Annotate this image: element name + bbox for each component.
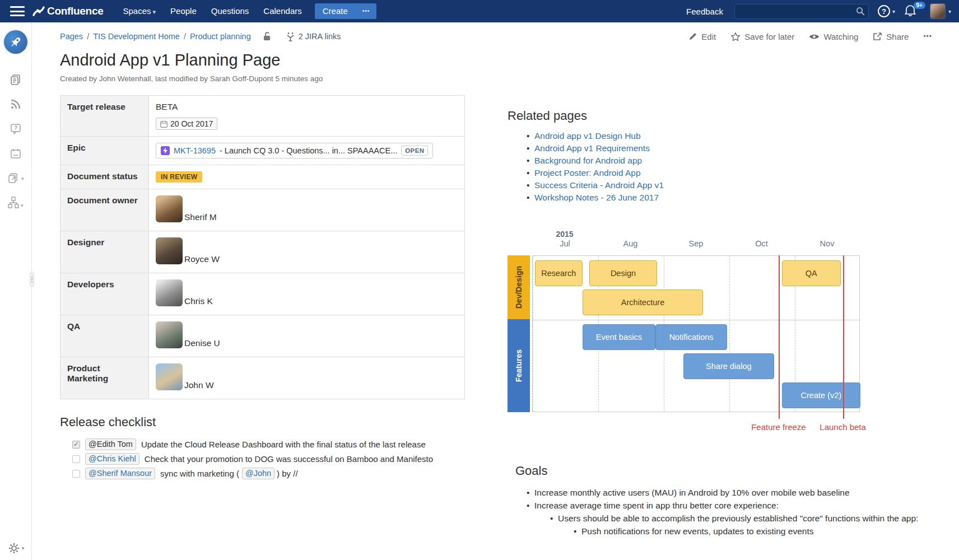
gantt-bar[interactable]: Notifications [655,324,728,350]
chevron-down-icon: ▾ [22,545,25,551]
gantt-bar[interactable]: Share dialog [683,353,774,379]
hamburger-menu-icon[interactable] [10,6,25,16]
gantt-band-separator [533,320,859,320]
row-label: Developers [60,273,149,315]
related-page-link[interactable]: Background for Android app [534,156,642,165]
row-label: Target release [60,96,149,137]
sidebar-item-blog[interactable] [10,92,22,116]
jira-icon [286,32,295,41]
question-bubble-icon: ? [10,123,22,135]
issue-key-link[interactable]: MKT-13695 [174,146,216,155]
gantt-marker-line [779,255,780,419]
issue-status-lozenge: OPEN [401,146,428,156]
gantt-month-label: Aug [623,239,638,248]
user-mention[interactable]: Royce W [156,237,220,264]
gantt-bar[interactable]: Event basics [583,324,655,350]
user-mention[interactable]: @Chris Kiehl [85,453,139,465]
unlocked-icon[interactable] [262,31,272,41]
gantt-gridline [533,256,533,412]
space-logo[interactable] [4,30,27,54]
create-more-button[interactable]: ••• [356,3,377,19]
related-page-link[interactable]: Workshop Notes - 26 June 2017 [534,193,659,202]
page-content: Pages / TIS Development Home / Product p… [32,22,959,560]
more-actions-button[interactable]: ••• [923,32,932,40]
pencil-icon [688,32,697,41]
sidebar-item-tree[interactable]: ▾ [7,190,24,215]
list-item: Users should be able to accomplish the p… [550,514,932,522]
related-page-link[interactable]: Android App v1 Requirements [534,143,650,153]
related-pages-list: Android app v1 Design Hub Android App v1… [508,132,932,202]
user-mention[interactable]: Chris K [156,279,213,306]
gantt-year-label: 2015 [556,230,573,239]
gantt-month-label: Nov [820,239,835,248]
list-item: Workshop Notes - 26 June 2017 [527,194,932,202]
share-button[interactable]: Share [873,32,909,41]
sidebar-item-questions[interactable]: ? [10,116,22,141]
user-mention[interactable]: @Edith Tom [85,438,136,450]
checklist-item: @Edith Tom Update the Cloud Release Dash… [72,438,465,450]
breadcrumb-space-home[interactable]: TIS Development Home [93,32,180,41]
gantt-month-label: Oct [755,239,768,248]
sidebar-item-shortcuts[interactable]: ▾ [7,166,24,190]
search-icon[interactable] [856,7,865,16]
confluence-logo[interactable]: Confluence [32,5,103,17]
breadcrumb-pages[interactable]: Pages [60,32,83,41]
task-checkbox[interactable] [72,470,80,478]
gantt-bar[interactable]: Architecture [583,290,703,315]
edit-button[interactable]: Edit [688,32,716,41]
task-checkbox[interactable] [72,455,80,463]
jira-links-button[interactable]: 2 JIRA links [286,32,341,41]
user-mention[interactable]: @Sherif Mansour [85,468,155,479]
top-nav: Confluence Spaces People Questions Calen… [0,0,959,22]
notifications-button[interactable]: 9+ [904,4,921,18]
gantt-bar[interactable]: QA [782,260,841,286]
table-row: Document status IN REVIEW [60,165,465,189]
avatar [156,195,183,222]
feedback-link[interactable]: Feedback [686,7,723,16]
sidebar-item-pages[interactable] [10,67,22,92]
goals-list: Increase monthly active users (MAU) in A… [508,488,932,535]
list-item: Project Poster: Android App [527,169,932,177]
search-input[interactable] [734,4,869,19]
page-properties-table: Target release BETA 20 Oct 2017 Epic [60,95,465,399]
user-mention[interactable]: @John [242,468,274,479]
user-mention[interactable]: Sherif M [156,195,217,222]
gantt-marker-label: Launch beta [820,422,866,432]
create-button[interactable]: Create [315,3,356,19]
jira-issue-card[interactable]: MKT-13695 - Launch CQ 3.0 - Questions...… [156,143,433,158]
related-page-link[interactable]: Android app v1 Design Hub [534,131,641,141]
user-mention[interactable]: Denise U [156,321,220,348]
related-page-link[interactable]: Project Poster: Android App [534,168,641,178]
task-text: Check that your promotion to DOG was suc… [145,454,433,464]
gantt-month-label: Jul [560,239,570,248]
avatar [156,363,183,390]
breadcrumb-parent-page[interactable]: Product planning [190,32,251,41]
status-badge: IN REVIEW [156,171,202,183]
page-byline: Created by John Wetenhall, last modified… [60,74,932,83]
gear-icon [8,542,20,554]
gantt-gridline [729,256,730,412]
page-title: Android App v1 Planning Page [60,51,932,69]
task-text: Update the Cloud Release Dashboard with … [141,440,426,449]
help-menu[interactable]: ? ▾ [878,5,895,17]
checklist-item: @Sherif Mansour sync with marketing ( @J… [72,468,465,479]
task-checkbox[interactable] [72,441,80,449]
gantt-bar[interactable]: Research [535,260,583,286]
related-page-link[interactable]: Success Criteria - Android App v1 [534,180,664,190]
gantt-lane-features: Features [508,319,530,412]
nav-questions[interactable]: Questions [204,0,257,22]
gantt-bar[interactable]: Design [589,260,658,286]
user-menu[interactable]: ▾ [930,3,951,19]
nav-calendars[interactable]: Calendars [256,0,309,22]
nav-spaces[interactable]: Spaces [115,0,163,23]
save-for-later-button[interactable]: Save for later [730,32,794,41]
space-settings-button[interactable]: ▾ [0,542,32,554]
watching-button[interactable]: Watching [809,32,858,41]
confluence-logo-text: Confluence [47,5,103,17]
sidebar-item-calendars[interactable] [10,141,22,166]
gantt-bar[interactable]: Create (v2) [782,382,860,408]
user-mention[interactable]: John W [156,363,214,390]
svg-text:?: ? [14,125,17,131]
date-lozenge[interactable]: 20 Oct 2017 [156,118,217,130]
nav-people[interactable]: People [163,0,204,22]
